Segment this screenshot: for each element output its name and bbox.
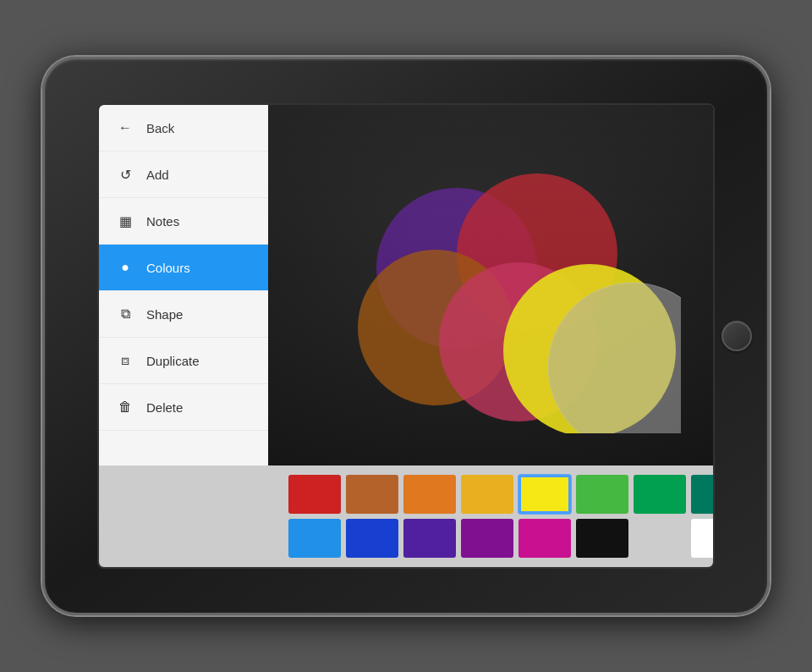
menu-item-back[interactable]: ←Back [99,105,268,151]
color-swatch-white[interactable] [691,519,715,558]
add-label: Add [146,168,169,182]
color-swatch-orange[interactable] [403,475,456,514]
color-swatch-blue[interactable] [346,519,398,558]
menu-item-delete[interactable]: 🗑Delete [99,384,268,431]
color-swatch-indigo[interactable] [403,519,456,558]
back-label: Back [146,121,174,135]
color-swatch-green[interactable] [576,475,628,514]
menu-item-add[interactable]: ↺Add [99,151,268,198]
notes-label: Notes [146,214,179,229]
color-swatch-teal[interactable] [691,475,715,514]
color-swatch-purple[interactable] [461,519,513,558]
side-menu: ←Back↺Add▦Notes●Colours⧉Shape⧈Duplicate🗑… [99,105,268,465]
delete-label: Delete [146,400,183,415]
color-swatch-amber[interactable] [461,475,513,514]
notes-icon: ▦ [116,212,134,230]
duplicate-label: Duplicate [146,354,200,368]
shape-icon: ⧉ [116,305,134,323]
colours-label: Colours [146,261,190,275]
menu-item-shape[interactable]: ⧉Shape [99,291,268,338]
color-swatch-black[interactable] [576,519,628,558]
color-swatch-magenta[interactable] [518,519,571,558]
venn-diagram [277,122,713,465]
delete-icon: 🗑 [116,398,134,416]
home-button[interactable] [721,321,752,351]
tablet-device: ←Back↺Add▦Notes●Colours⧉Shape⧈Duplicate🗑… [42,57,770,615]
color-swatch-brown[interactable] [346,475,398,514]
menu-item-notes[interactable]: ▦Notes [99,198,268,245]
back-icon: ← [116,118,134,137]
duplicate-icon: ⧈ [116,351,134,370]
color-panel [99,465,713,567]
color-swatch-light-gray[interactable] [634,519,686,558]
menu-item-colours[interactable]: ●Colours [99,245,268,291]
colours-icon: ● [116,258,134,277]
color-swatch-red[interactable] [288,475,341,514]
add-icon: ↺ [116,165,134,184]
color-row-2 [288,519,715,558]
color-swatch-teal-green[interactable] [634,475,686,514]
menu-item-duplicate[interactable]: ⧈Duplicate [99,338,268,384]
color-row-1 [288,475,715,514]
shape-label: Shape [146,307,183,322]
tablet-screen: ←Back↺Add▦Notes●Colours⧉Shape⧈Duplicate🗑… [97,103,715,569]
color-swatch-yellow[interactable] [518,475,571,514]
color-swatch-sky-blue[interactable] [288,519,341,558]
venn-svg [309,154,681,433]
